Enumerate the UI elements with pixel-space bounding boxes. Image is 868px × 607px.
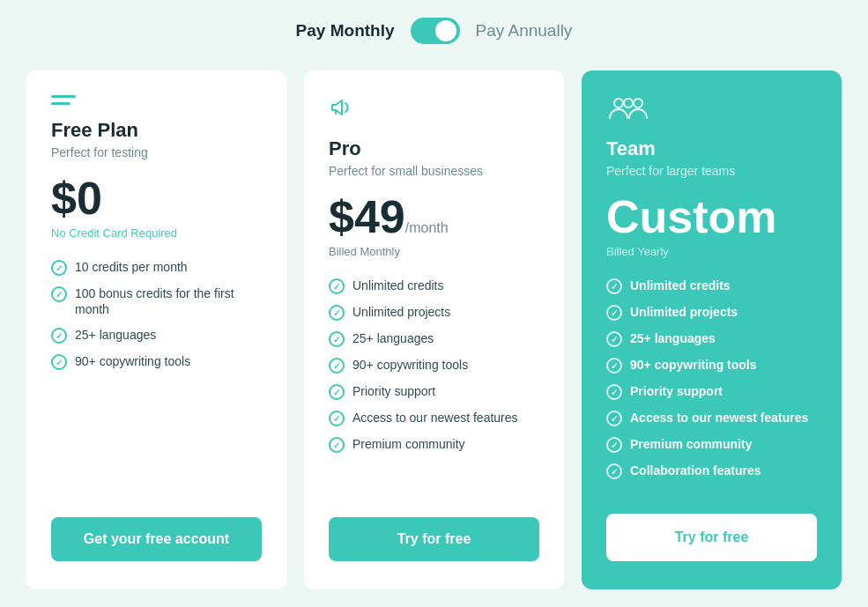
feature-text: Collaboration features	[630, 463, 761, 478]
pro-plan-icon	[329, 95, 539, 123]
check-icon	[51, 328, 67, 344]
list-item: 25+ languages	[51, 327, 262, 344]
check-icon	[606, 305, 622, 321]
list-item: Unlimited credits	[329, 278, 539, 294]
list-item: Unlimited projects	[606, 304, 817, 321]
free-plan-cta-button[interactable]: Get your free account	[51, 517, 262, 561]
team-plan-card: Team Perfect for larger teams Custom Bil…	[582, 70, 842, 589]
check-icon	[606, 358, 622, 374]
list-item: 90+ copywriting tools	[606, 357, 817, 374]
team-icon	[606, 95, 650, 120]
list-item: 90+ copywriting tools	[329, 357, 539, 374]
svg-point-1	[624, 99, 633, 107]
pro-plan-price: $49	[329, 191, 405, 242]
free-plan-price-block: $0	[51, 175, 262, 221]
list-item: Priority support	[329, 383, 539, 400]
feature-text: Unlimited projects	[630, 304, 738, 320]
team-plan-features: Unlimited credits Unlimited projects 25+…	[606, 278, 817, 489]
team-plan-price-block: Custom	[606, 194, 817, 240]
pro-plan-features: Unlimited credits Unlimited projects 25+…	[329, 278, 539, 492]
feature-text: 25+ languages	[75, 327, 156, 343]
check-icon	[51, 354, 67, 370]
check-icon	[329, 358, 345, 374]
list-item: Collaboration features	[606, 463, 817, 479]
team-plan-billing-note: Billed Yearly	[606, 245, 817, 258]
billing-toggle-row: Pay Monthly Pay Annually	[296, 18, 573, 44]
list-item: 100 bonus credits for the first month	[51, 285, 262, 317]
check-icon	[606, 437, 622, 453]
check-icon	[606, 331, 622, 347]
list-item: Priority support	[606, 383, 817, 400]
check-icon	[51, 260, 67, 276]
feature-text: 10 credits per month	[75, 259, 188, 275]
check-icon	[329, 305, 345, 321]
annually-label: Pay Annually	[476, 21, 573, 41]
feature-text: Unlimited credits	[630, 278, 731, 293]
check-icon	[329, 278, 345, 294]
megaphone-icon	[329, 95, 353, 120]
check-icon	[606, 278, 622, 294]
billing-toggle-switch[interactable]	[411, 18, 460, 44]
pro-plan-price-block: $49/month	[329, 194, 539, 240]
check-icon	[606, 463, 622, 479]
list-item: 10 credits per month	[51, 259, 262, 276]
hamburger-icon	[51, 95, 76, 105]
team-plan-cta-button[interactable]: Try for free	[606, 514, 817, 561]
list-item: 25+ languages	[329, 330, 539, 347]
pro-plan-tagline: Perfect for small businesses	[329, 164, 539, 178]
free-plan-tagline: Perfect for testing	[51, 145, 262, 159]
feature-text: Unlimited credits	[352, 278, 443, 293]
check-icon	[606, 411, 622, 426]
svg-point-2	[634, 99, 642, 107]
list-item: 25+ languages	[606, 330, 817, 347]
pro-plan-cta-button[interactable]: Try for free	[329, 517, 539, 561]
feature-text: 90+ copywriting tools	[75, 353, 190, 369]
list-item: Access to our newest features	[606, 410, 817, 426]
team-plan-name: Team	[606, 137, 817, 160]
free-plan-features: 10 credits per month 100 bonus credits f…	[51, 259, 262, 492]
team-plan-price: Custom	[606, 191, 777, 242]
feature-text: Priority support	[352, 383, 435, 399]
check-icon	[329, 411, 345, 426]
pro-plan-period: /month	[405, 220, 449, 235]
team-plan-tagline: Perfect for larger teams	[606, 164, 817, 178]
free-plan-card: Free Plan Perfect for testing $0 No Cred…	[26, 70, 286, 589]
feature-text: 25+ languages	[352, 330, 434, 346]
pro-plan-name: Pro	[329, 137, 539, 160]
check-icon	[51, 286, 67, 302]
list-item: Premium community	[606, 436, 817, 453]
feature-text: 90+ copywriting tools	[630, 357, 757, 373]
check-icon	[606, 384, 622, 400]
team-plan-icon	[606, 95, 817, 123]
check-icon	[329, 437, 345, 453]
free-plan-name: Free Plan	[51, 119, 262, 142]
feature-text: 25+ languages	[630, 330, 716, 346]
feature-text: 90+ copywriting tools	[352, 357, 468, 373]
feature-text: Unlimited projects	[352, 304, 450, 320]
feature-text: 100 bonus credits for the first month	[75, 285, 262, 317]
list-item: Unlimited credits	[606, 278, 817, 294]
free-plan-no-cc: No Credit Card Required	[51, 226, 262, 240]
check-icon	[329, 331, 345, 347]
feature-text: Premium community	[630, 436, 752, 452]
free-plan-price: $0	[51, 173, 102, 224]
feature-text: Priority support	[630, 383, 723, 399]
pricing-cards: Free Plan Perfect for testing $0 No Cred…	[26, 70, 842, 589]
list-item: Premium community	[329, 436, 539, 453]
pro-plan-billing-note: Billed Monthly	[329, 245, 539, 258]
feature-text: Premium community	[352, 436, 465, 452]
pro-plan-card: Pro Perfect for small businesses $49/mon…	[304, 70, 564, 589]
feature-text: Access to our newest features	[630, 410, 808, 426]
list-item: Access to our newest features	[329, 410, 539, 426]
free-plan-icon	[51, 95, 262, 105]
svg-point-0	[614, 99, 623, 107]
toggle-knob	[435, 20, 456, 41]
monthly-label: Pay Monthly	[296, 21, 395, 41]
list-item: 90+ copywriting tools	[51, 353, 262, 370]
feature-text: Access to our newest features	[352, 410, 518, 426]
check-icon	[329, 384, 345, 400]
list-item: Unlimited projects	[329, 304, 539, 321]
